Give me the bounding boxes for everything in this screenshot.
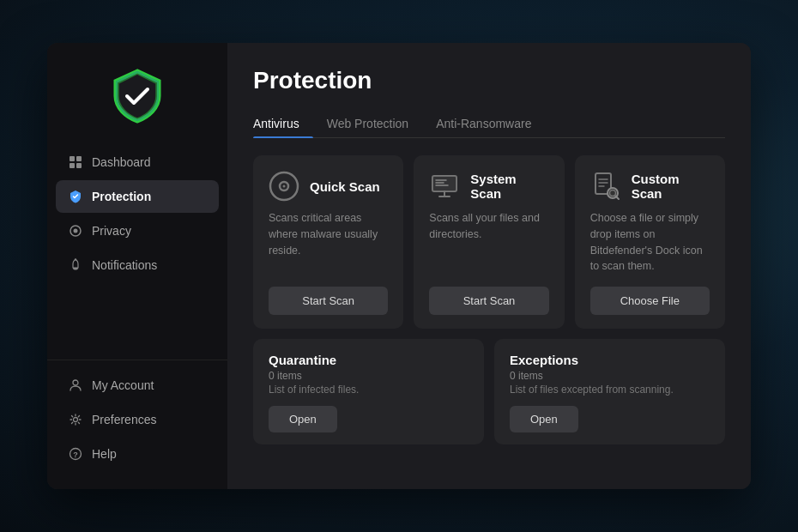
sidebar-item-notifications[interactable]: Notifications bbox=[56, 249, 219, 281]
shield-icon bbox=[108, 67, 166, 125]
custom-scan-header: Custom Scan bbox=[590, 171, 710, 202]
svg-rect-15 bbox=[432, 176, 456, 191]
quick-scan-start-button[interactable]: Start Scan bbox=[269, 287, 388, 315]
quick-scan-header: Quick Scan bbox=[269, 171, 388, 202]
sidebar-item-preferences[interactable]: Preferences bbox=[56, 403, 219, 436]
sidebar-bottom: My Account Preferences ? bbox=[47, 360, 227, 489]
sidebar-item-dashboard[interactable]: Dashboard bbox=[56, 146, 219, 178]
custom-scan-icon bbox=[590, 171, 621, 202]
sidebar-logo bbox=[47, 43, 227, 146]
help-icon: ? bbox=[68, 446, 83, 462]
svg-rect-2 bbox=[70, 163, 75, 168]
system-scan-icon bbox=[429, 171, 460, 202]
scan-cards-grid: Quick Scan Scans critical areas where ma… bbox=[253, 155, 725, 329]
svg-rect-3 bbox=[76, 163, 82, 168]
dashboard-icon bbox=[68, 154, 83, 170]
system-scan-start-button[interactable]: Start Scan bbox=[429, 287, 548, 315]
sidebar-item-help[interactable]: ? Help bbox=[56, 438, 219, 470]
tabs-bar: Antivirus Web Protection Anti-Ransomware bbox=[253, 110, 725, 138]
sidebar-item-preferences-label: Preferences bbox=[92, 413, 156, 426]
exceptions-card: Exceptions 0 items List of files excepte… bbox=[494, 339, 725, 444]
quarantine-card: Quarantine 0 items List of infected file… bbox=[253, 339, 484, 444]
preferences-icon bbox=[68, 412, 83, 427]
system-scan-header: System Scan bbox=[429, 171, 548, 202]
account-icon bbox=[68, 378, 83, 393]
svg-rect-1 bbox=[76, 156, 82, 161]
sidebar-item-privacy[interactable]: Privacy bbox=[56, 215, 219, 247]
sidebar: Dashboard Protection bbox=[47, 43, 227, 489]
custom-scan-description: Choose a file or simply drop items on Bi… bbox=[590, 210, 710, 275]
quick-scan-description: Scans critical areas where malware usual… bbox=[269, 210, 388, 275]
svg-point-6 bbox=[75, 258, 76, 260]
quarantine-open-button[interactable]: Open bbox=[269, 406, 337, 432]
svg-rect-0 bbox=[70, 156, 75, 161]
exceptions-description: List of files excepted from scanning. bbox=[510, 384, 710, 396]
main-content: Protection Antivirus Web Protection Anti… bbox=[227, 43, 751, 489]
system-scan-title: System Scan bbox=[470, 172, 548, 201]
system-scan-card: System Scan Scans all your files and dir… bbox=[414, 155, 564, 329]
quarantine-count: 0 items bbox=[269, 370, 469, 382]
sidebar-item-privacy-label: Privacy bbox=[92, 224, 131, 238]
tab-antivirus[interactable]: Antivirus bbox=[253, 110, 313, 137]
quick-scan-card: Quick Scan Scans critical areas where ma… bbox=[253, 155, 403, 329]
svg-point-13 bbox=[283, 185, 286, 188]
exceptions-count: 0 items bbox=[510, 370, 710, 382]
sidebar-item-protection-label: Protection bbox=[92, 190, 151, 203]
svg-point-5 bbox=[74, 229, 78, 233]
sidebar-item-protection[interactable]: Protection bbox=[56, 180, 219, 213]
app-window: Dashboard Protection bbox=[47, 43, 751, 489]
quick-scan-icon bbox=[269, 171, 299, 202]
custom-scan-choose-file-button[interactable]: Choose File bbox=[590, 287, 710, 315]
svg-point-8 bbox=[74, 418, 78, 422]
svg-text:?: ? bbox=[73, 450, 78, 459]
sidebar-item-my-account-label: My Account bbox=[92, 378, 154, 392]
exceptions-title: Exceptions bbox=[510, 353, 710, 367]
sidebar-item-notifications-label: Notifications bbox=[92, 258, 157, 272]
tab-web-protection[interactable]: Web Protection bbox=[313, 110, 422, 137]
quarantine-title: Quarantine bbox=[269, 353, 469, 367]
custom-scan-title: Custom Scan bbox=[632, 172, 710, 201]
notifications-icon bbox=[68, 257, 83, 273]
custom-scan-card: Custom Scan Choose a file or simply drop… bbox=[575, 155, 725, 329]
sidebar-item-dashboard-label: Dashboard bbox=[92, 155, 151, 169]
sidebar-nav: Dashboard Protection bbox=[47, 146, 227, 360]
quarantine-description: List of infected files. bbox=[269, 384, 469, 396]
page-title: Protection bbox=[253, 67, 725, 94]
tab-anti-ransomware[interactable]: Anti-Ransomware bbox=[422, 110, 545, 137]
svg-point-7 bbox=[73, 380, 78, 385]
protection-icon bbox=[68, 189, 83, 204]
quick-scan-title: Quick Scan bbox=[310, 179, 380, 194]
sidebar-item-my-account[interactable]: My Account bbox=[56, 369, 219, 402]
svg-line-27 bbox=[615, 196, 619, 200]
utility-cards-grid: Quarantine 0 items List of infected file… bbox=[253, 339, 725, 444]
system-scan-description: Scans all your files and directories. bbox=[429, 210, 548, 275]
sidebar-item-help-label: Help bbox=[92, 447, 117, 461]
privacy-icon bbox=[68, 223, 83, 239]
exceptions-open-button[interactable]: Open bbox=[510, 406, 578, 432]
